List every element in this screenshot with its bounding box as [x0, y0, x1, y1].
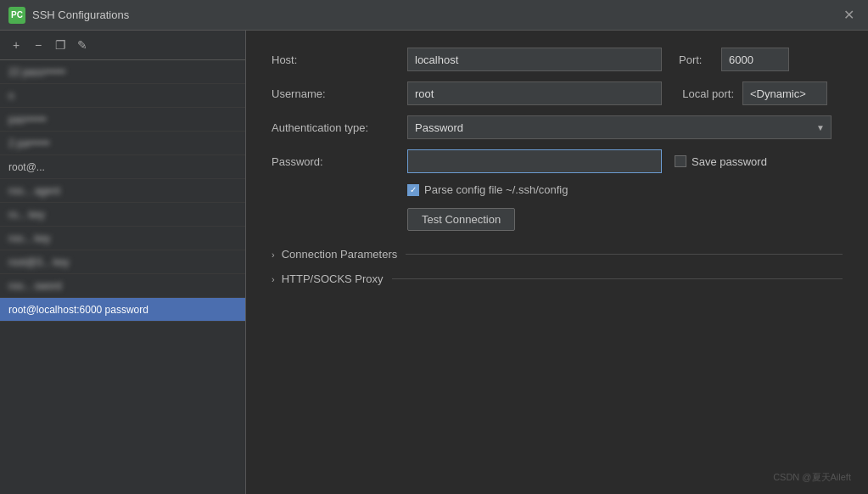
- watermark: CSDN @夏天Aileft: [773, 471, 851, 484]
- local-port-input[interactable]: [742, 81, 827, 105]
- main-container: + − ❐ ✎ 22 pass•••••• n pas•••••• 2 pa••…: [0, 31, 868, 494]
- password-input[interactable]: [407, 149, 662, 173]
- close-button[interactable]: ✕: [838, 7, 860, 24]
- http-socks-line: [392, 278, 843, 279]
- http-socks-arrow[interactable]: ›: [272, 274, 275, 284]
- http-socks-title[interactable]: HTTP/SOCKS Proxy: [282, 272, 384, 285]
- title-bar-left: PC SSH Configurations: [8, 7, 129, 24]
- port-label: Port:: [679, 53, 721, 66]
- selected-item-label: root@localhost:6000 password: [8, 304, 148, 316]
- test-connection-row: Test Connection: [407, 208, 843, 231]
- username-label: Username:: [272, 87, 407, 100]
- sidebar: + − ❐ ✎ 22 pass•••••• n pas•••••• 2 pa••…: [0, 31, 246, 494]
- parse-config-row: ✓ Parse config file ~/.ssh/config: [407, 183, 843, 196]
- add-button[interactable]: +: [7, 36, 25, 54]
- edit-button[interactable]: ✎: [73, 36, 92, 54]
- list-item[interactable]: n: [0, 84, 245, 108]
- username-input[interactable]: [407, 81, 662, 105]
- connection-params-line: [406, 254, 843, 255]
- parse-config-checkbox[interactable]: ✓: [407, 184, 419, 196]
- password-row: Password: Save password: [272, 149, 843, 173]
- copy-button[interactable]: ❐: [51, 36, 70, 54]
- port-input[interactable]: [721, 48, 789, 71]
- parse-config-label: Parse config file ~/.ssh/config: [424, 183, 568, 196]
- connection-params-arrow[interactable]: ›: [272, 250, 275, 260]
- list-item-selected[interactable]: root@localhost:6000 password: [0, 298, 245, 322]
- sidebar-list: 22 pass•••••• n pas•••••• 2 pa•••••• roo…: [0, 60, 245, 494]
- host-input[interactable]: [407, 48, 662, 71]
- connection-params-section: › Connection Parameters: [272, 248, 843, 261]
- list-item[interactable]: roo... agent: [0, 179, 245, 203]
- http-socks-section: › HTTP/SOCKS Proxy: [272, 272, 843, 285]
- list-item[interactable]: roo... sword: [0, 274, 245, 298]
- save-password-checkbox[interactable]: [675, 155, 686, 167]
- title-bar: PC SSH Configurations ✕: [0, 0, 868, 31]
- auth-type-select[interactable]: Password Key pair Agent: [407, 115, 832, 139]
- username-row: Username: Local port:: [272, 81, 843, 105]
- host-label: Host:: [272, 53, 407, 66]
- save-password-label: Save password: [692, 155, 767, 168]
- list-item[interactable]: pas••••••: [0, 108, 245, 132]
- list-item[interactable]: 22 pass••••••: [0, 60, 245, 84]
- test-connection-button[interactable]: Test Connection: [407, 208, 515, 231]
- auth-type-row: Authentication type: Password Key pair A…: [272, 115, 843, 139]
- local-port-label: Local port:: [670, 87, 742, 100]
- password-label: Password:: [272, 155, 407, 168]
- list-item[interactable]: root@3... key: [0, 250, 245, 274]
- window-title: SSH Configurations: [32, 8, 129, 21]
- list-item[interactable]: roo... key: [0, 227, 245, 250]
- auth-type-label: Authentication type:: [272, 121, 407, 134]
- app-icon: PC: [8, 7, 25, 24]
- list-item[interactable]: ro... key: [0, 203, 245, 227]
- auth-type-wrapper: Password Key pair Agent: [407, 115, 832, 139]
- sidebar-toolbar: + − ❐ ✎: [0, 31, 245, 60]
- list-item[interactable]: 2 pa••••••: [0, 132, 245, 155]
- right-panel: Host: Port: Username: Local port: Authen…: [246, 31, 868, 494]
- connection-params-title[interactable]: Connection Parameters: [282, 248, 398, 261]
- host-row: Host: Port:: [272, 48, 843, 71]
- remove-button[interactable]: −: [29, 36, 48, 54]
- save-password-area: Save password: [675, 155, 767, 168]
- list-item[interactable]: root@...: [0, 155, 245, 179]
